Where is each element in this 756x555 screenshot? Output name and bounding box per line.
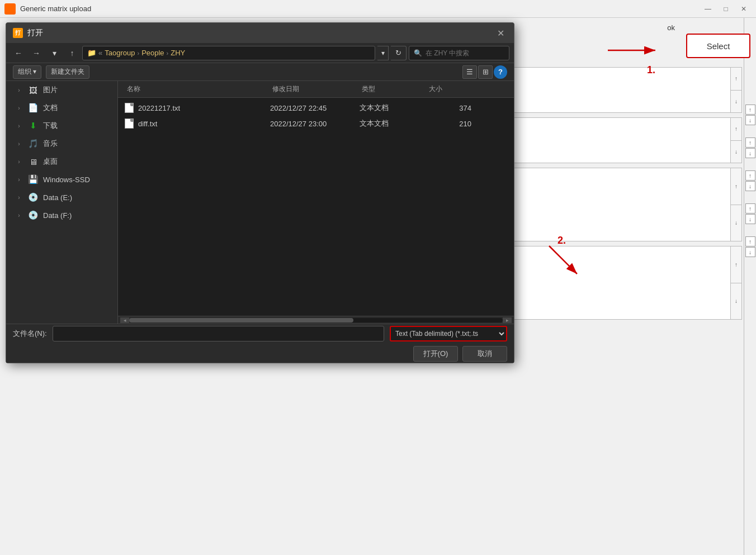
section-down-btn-2[interactable]: ↓ — [731, 141, 741, 163]
breadcrumb-zhy[interactable]: ZHY — [171, 49, 185, 57]
file-list-area: 名称 修改日期 类型 大小 20221217.txt 2022/12/27 22… — [118, 81, 514, 324]
sidebar-icon-pictures: 🖼 — [27, 84, 39, 96]
breadcrumb-dropdown-button[interactable]: ▾ — [377, 46, 389, 60]
scrollbar-track[interactable] — [129, 318, 503, 322]
sidebar-item-data-e[interactable]: › 💿 Data (E:) — [6, 188, 117, 206]
organize-button[interactable]: 组织 ▾ — [13, 65, 41, 79]
right-ctrl-up3[interactable]: ↑ — [745, 170, 755, 181]
col-header-type[interactable]: 类型 — [360, 83, 427, 95]
refresh-button[interactable]: ↻ — [391, 46, 407, 60]
app-title: Generic matrix upload — [20, 4, 700, 13]
dialog-bottom: 文件名(N): Text (Tab delimited) (*.txt;.ts … — [6, 324, 514, 363]
file-date-1: 2022/12/27 23:00 — [270, 120, 360, 128]
sidebar-label-downloads: 下载 — [43, 121, 58, 131]
filename-input[interactable] — [53, 326, 384, 341]
section-up-btn-multi[interactable]: ↑ — [731, 246, 741, 283]
sidebar-expand-data-e: › — [15, 193, 23, 201]
dialog-action-bar: 组织 ▾ 新建文件夹 ☰ ⊞ ? — [6, 63, 514, 81]
nav-up-button[interactable]: ↑ — [64, 46, 80, 60]
sidebar-label-music: 音乐 — [43, 139, 58, 149]
breadcrumb-bar: 📁 « Taogroup › People › ZHY — [82, 46, 375, 60]
maximize-button[interactable]: □ — [718, 3, 734, 15]
file-list-content: 20221217.txt 2022/12/27 22:45 文本文档 374 d… — [118, 98, 514, 316]
sidebar-expand-music: › — [15, 140, 23, 148]
right-ctrl-down2[interactable]: ↓ — [745, 148, 755, 158]
dialog-bottom-inner: 文件名(N): Text (Tab delimited) (*.txt;.ts … — [13, 326, 507, 362]
scrollbar-right-btn[interactable]: ▸ — [503, 317, 512, 323]
section-down-btn-text[interactable]: ↓ — [731, 205, 741, 241]
dialog-open-button[interactable]: 打开(O) — [413, 346, 458, 362]
right-ctrl-down4[interactable]: ↓ — [745, 214, 755, 224]
sidebar-item-downloads[interactable]: › ⬇ 下载 — [6, 117, 117, 135]
breadcrumb-icon: 📁 — [87, 49, 96, 57]
help-button[interactable]: ? — [494, 65, 507, 79]
minimize-button[interactable]: — — [700, 3, 716, 15]
section-side-multi: ↑ ↓ — [730, 246, 741, 319]
right-ctrl-up2[interactable]: ↑ — [745, 137, 755, 148]
dialog-title-icon: 打 — [13, 28, 23, 38]
sidebar-icon-data-f: 💿 — [27, 210, 39, 221]
file-row-0[interactable]: 20221217.txt 2022/12/27 22:45 文本文档 374 — [118, 100, 514, 116]
file-icon-1 — [125, 118, 134, 129]
sidebar-expand-documents: › — [15, 104, 23, 112]
sidebar-label-documents: 文档 — [43, 103, 58, 113]
app-icon — [4, 3, 16, 15]
sidebar-item-windows-ssd[interactable]: › 💾 Windows-SSD — [6, 170, 117, 188]
titlebar-controls: — □ ✕ — [700, 3, 752, 15]
scrollbar-thumb — [129, 318, 353, 322]
sidebar-item-music[interactable]: › 🎵 音乐 — [6, 135, 117, 153]
file-list-scrollbar: ◂ ▸ — [118, 316, 514, 324]
annotation-1: 1. — [647, 64, 655, 76]
sidebar-icon-downloads: ⬇ — [27, 120, 39, 131]
right-ctrl-up1[interactable]: ↑ — [745, 105, 755, 115]
nav-forward-button[interactable]: → — [29, 46, 44, 60]
sidebar-expand-desktop: › — [15, 158, 23, 165]
file-date-0: 2022/12/27 22:45 — [270, 104, 360, 112]
dialog-close-button[interactable]: ✕ — [494, 26, 507, 40]
file-size-1: 210 — [427, 120, 471, 128]
sidebar-expand-pictures: › — [15, 86, 23, 94]
breadcrumb-people[interactable]: People — [141, 49, 164, 57]
sidebar-item-pictures[interactable]: › 🖼 图片 — [6, 81, 117, 99]
select-button[interactable]: Select — [686, 34, 750, 58]
new-folder-button[interactable]: 新建文件夹 — [46, 65, 89, 79]
details-view-button[interactable]: ⊞ — [478, 65, 493, 79]
section-up-btn-text[interactable]: ↑ — [731, 168, 741, 205]
file-type-1: 文本文档 — [360, 118, 427, 129]
dialog-filename-row: 文件名(N): Text (Tab delimited) (*.txt;.ts — [13, 326, 507, 341]
nav-back-button[interactable]: ← — [11, 46, 26, 60]
search-input[interactable] — [426, 49, 509, 57]
sidebar-item-desktop[interactable]: › 🖥 桌面 — [6, 153, 117, 170]
right-edge-controls: ↑ ↓ ↑ ↓ ↑ ↓ ↑ ↓ ↑ ↓ — [744, 18, 756, 555]
section-up-btn-1[interactable]: ↑ — [731, 68, 741, 91]
nav-dropdown-button[interactable]: ▾ — [46, 46, 62, 60]
col-header-name[interactable]: 名称 — [125, 83, 270, 95]
file-type-0: 文本文档 — [360, 103, 427, 113]
right-ctrl-down3[interactable]: ↓ — [745, 181, 755, 191]
dialog-cancel-button[interactable]: 取消 — [462, 346, 507, 362]
sidebar-item-documents[interactable]: › 📄 文档 — [6, 99, 117, 117]
close-button[interactable]: ✕ — [736, 3, 752, 15]
col-header-date[interactable]: 修改日期 — [270, 83, 360, 95]
file-size-0: 374 — [427, 104, 471, 112]
sidebar-expand-downloads: › — [15, 122, 23, 130]
file-row-1[interactable]: diff.txt 2022/12/27 23:00 文本文档 210 — [118, 116, 514, 131]
section-down-btn-1[interactable]: ↓ — [731, 91, 741, 113]
dialog-action-row: 打开(O) 取消 — [13, 346, 507, 362]
scrollbar-left-btn[interactable]: ◂ — [120, 317, 129, 323]
right-ctrl-up5[interactable]: ↑ — [745, 236, 755, 246]
filetype-select[interactable]: Text (Tab delimited) (*.txt;.ts — [390, 326, 507, 341]
sidebar-icon-documents: 📄 — [27, 102, 39, 113]
col-header-size[interactable]: 大小 — [427, 83, 471, 95]
dialog-body: › 🖼 图片 › 📄 文档 › ⬇ 下载 › 🎵 音乐 › 🖥 — [6, 81, 514, 324]
breadcrumb-taogroup[interactable]: Taogroup — [105, 49, 135, 57]
sidebar-label-data-f: Data (F:) — [43, 211, 72, 220]
list-view-button[interactable]: ☰ — [462, 65, 477, 79]
section-up-btn-2[interactable]: ↑ — [731, 118, 741, 141]
annotation-2: 2. — [557, 235, 566, 246]
section-down-btn-multi[interactable]: ↓ — [731, 283, 741, 320]
sidebar-item-data-f[interactable]: › 💿 Data (F:) — [6, 206, 117, 224]
right-ctrl-up4[interactable]: ↑ — [745, 203, 755, 214]
right-ctrl-down5[interactable]: ↓ — [745, 247, 755, 257]
right-ctrl-down1[interactable]: ↓ — [745, 115, 755, 125]
